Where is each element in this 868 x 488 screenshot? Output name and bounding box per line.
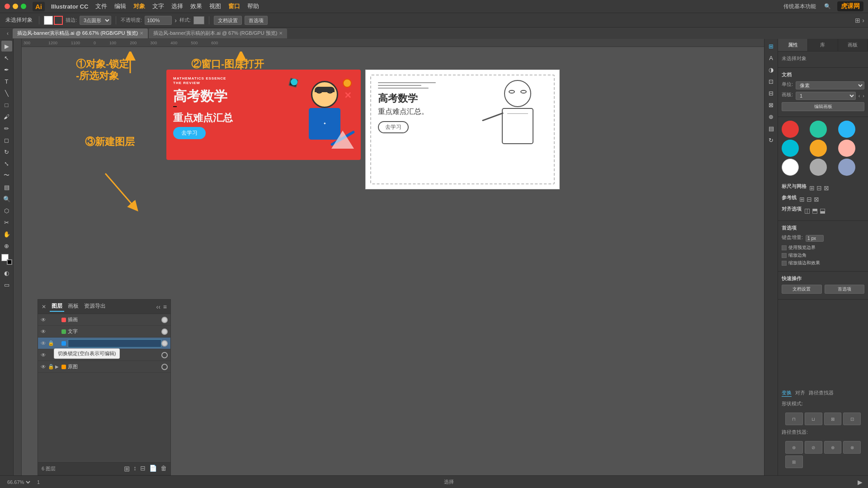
new-layer-btn[interactable]: 📄 — [149, 465, 157, 473]
layer-item-illustration[interactable]: 👁 插画 — [38, 314, 170, 326]
stroke-icon[interactable]: ⊕ — [766, 111, 777, 122]
rotate-tool[interactable]: ↻ — [1, 146, 12, 157]
layers-tab-export[interactable]: 资源导出 — [82, 301, 108, 312]
gradient-tool[interactable]: ▤ — [1, 182, 12, 192]
align-icon-3[interactable]: ⬓ — [820, 207, 826, 214]
shape-mode-4[interactable]: ⊡ — [843, 413, 861, 425]
expand-icon[interactable]: › — [862, 17, 864, 24]
layer-eye-color[interactable]: 👁 — [41, 352, 48, 358]
rp-quick-preferences[interactable]: 首选项 — [825, 285, 865, 294]
layer-eye-original[interactable]: 👁 — [41, 364, 48, 370]
layer-eye-illustration[interactable]: 👁 — [41, 317, 48, 323]
swatch-teal[interactable] — [810, 121, 827, 138]
layer-name-input[interactable] — [68, 339, 161, 347]
color-mode-icon[interactable]: ◐ — [1, 267, 12, 278]
swatch-gray[interactable] — [810, 159, 827, 176]
gradient-panel-icon[interactable]: ▤ — [766, 123, 777, 134]
minimize-dot[interactable] — [13, 4, 18, 9]
search-icon[interactable]: 🔍 — [822, 2, 833, 10]
shape-mode-3[interactable]: ⊠ — [824, 413, 842, 425]
screen-mode-icon[interactable]: ▭ — [1, 279, 12, 290]
menu-view[interactable]: 视图 — [209, 2, 221, 10]
layers-collapse-icon[interactable]: ‹‹ — [156, 303, 160, 310]
copy-layer-btn[interactable]: ⊟ — [140, 465, 146, 473]
new-layer-from-btn[interactable]: ⊞ — [124, 465, 130, 473]
menu-object[interactable]: 对象 — [133, 2, 145, 10]
shape-mode-2[interactable]: ⊔ — [805, 413, 822, 425]
rp-unit-select[interactable]: 像素 — [796, 81, 864, 89]
close-dot[interactable] — [5, 4, 10, 9]
opacity-input[interactable] — [145, 16, 172, 25]
rp-tab-properties[interactable]: 属性 — [778, 39, 808, 51]
eyedropper-tool[interactable]: 🔍 — [1, 193, 12, 204]
swatch-orange[interactable] — [810, 140, 827, 157]
tab-2[interactable]: 插边风-banner演示稿的副本.ai @ 67% (RGB/GPU 预览) ✕ — [149, 28, 287, 38]
layer-eye-editing[interactable]: 👁 — [41, 340, 48, 347]
layer-lock-original[interactable]: 🔒 — [48, 364, 55, 370]
guide-icon-1[interactable]: ⊞ — [799, 196, 805, 203]
rp-keyboard-input[interactable] — [806, 235, 824, 242]
delete-layer-btn[interactable]: 🗑 — [160, 465, 167, 473]
tab-scroll-left[interactable]: ‹ — [4, 29, 12, 38]
move-layer-btn[interactable]: ↕ — [133, 465, 137, 473]
eraser-tool[interactable]: ◻ — [1, 135, 12, 145]
rect-tool[interactable]: □ — [1, 99, 12, 110]
tab-1[interactable]: 插边风-banner演示精品.ai @ 66.67% (RGB/GPU 预览) … — [13, 28, 148, 38]
path-finder-5[interactable]: ⊞ — [785, 455, 803, 468]
pathfinder-icon[interactable]: ⊠ — [766, 99, 777, 110]
rp-preview-checkbox[interactable] — [782, 245, 787, 250]
align-icon[interactable]: ⊟ — [766, 88, 777, 99]
menu-effect[interactable]: 效果 — [190, 2, 202, 10]
swatch-bluegray[interactable] — [838, 159, 855, 176]
rp-quick-doc-settings[interactable]: 文档设置 — [782, 285, 822, 294]
layer-expand-original[interactable]: ▶ — [55, 364, 61, 369]
path-finder-2[interactable]: ⊘ — [805, 441, 822, 454]
scale-tool[interactable]: ⤡ — [1, 158, 12, 169]
ai-type-icon[interactable]: A — [766, 52, 777, 63]
doc-settings-btn[interactable]: 文档设置 — [214, 16, 242, 25]
style-preview[interactable] — [193, 16, 204, 24]
rotate-panel-icon[interactable]: ↻ — [766, 135, 777, 145]
layer-item-editing[interactable]: 👁 🔒 — [38, 338, 170, 349]
menu-edit[interactable]: 编辑 — [114, 2, 126, 10]
line-tool[interactable]: ╲ — [1, 88, 12, 99]
layers-menu-icon[interactable]: ≡ — [163, 303, 167, 310]
tab-1-close[interactable]: ✕ — [140, 31, 143, 36]
rp-artboard-next[interactable]: › — [863, 93, 864, 99]
direct-select-tool[interactable]: ↖ — [1, 52, 12, 63]
stroke-type-select[interactable]: 3点圆形 — [80, 16, 111, 25]
align-icon-1[interactable]: ◫ — [804, 207, 810, 214]
rp-btab-transform[interactable]: 变换 — [782, 389, 792, 397]
maximize-dot[interactable] — [21, 4, 26, 9]
ruler-grid-icon-2[interactable]: ⊟ — [816, 184, 822, 192]
swatch-lightblue[interactable] — [838, 121, 855, 138]
path-finder-4[interactable]: ⊗ — [843, 441, 861, 454]
fill-color[interactable] — [44, 16, 53, 25]
layer-item-original[interactable]: 👁 🔒 ▶ 原图 — [38, 361, 170, 373]
menu-text[interactable]: 文字 — [152, 2, 164, 10]
rp-tab-artboard[interactable]: 画板 — [838, 39, 868, 51]
status-play-icon[interactable]: ▶ — [858, 479, 863, 486]
menu-help[interactable]: 帮助 — [247, 2, 259, 10]
rp-edit-artboard-btn[interactable]: 编辑画板 — [782, 102, 864, 111]
select-tool[interactable]: ▶ — [1, 41, 12, 52]
layer-lock-editing[interactable]: 🔒 — [48, 340, 55, 346]
layers-tab-artboard[interactable]: 画板 — [66, 301, 80, 312]
ruler-grid-icon-1[interactable]: ⊞ — [809, 184, 815, 192]
stroke-color[interactable] — [54, 16, 63, 25]
align-icon-2[interactable]: ⬒ — [812, 207, 818, 214]
zoom-select[interactable]: 66.67% — [5, 479, 32, 485]
pen-tool[interactable]: ✒ — [1, 64, 12, 75]
swatch-red[interactable] — [782, 121, 799, 138]
rp-btab-align[interactable]: 对齐 — [795, 389, 805, 397]
pencil-tool[interactable]: ✏ — [1, 123, 12, 134]
layers-tab-layers[interactable]: 图层 — [50, 301, 64, 312]
opacity-right-arrow[interactable]: › — [175, 17, 177, 24]
preferences-btn[interactable]: 首选项 — [245, 16, 268, 25]
blend-tool[interactable]: ⬡ — [1, 205, 12, 216]
layers-close-icon[interactable]: ✕ — [42, 304, 46, 310]
rp-artboard-prev[interactable]: ‹ — [859, 93, 860, 99]
banner-cta-button[interactable]: 去学习 — [173, 127, 206, 139]
rp-btab-pathfinder[interactable]: 路径查找器 — [809, 389, 834, 397]
menu-file[interactable]: 文件 — [95, 2, 107, 10]
